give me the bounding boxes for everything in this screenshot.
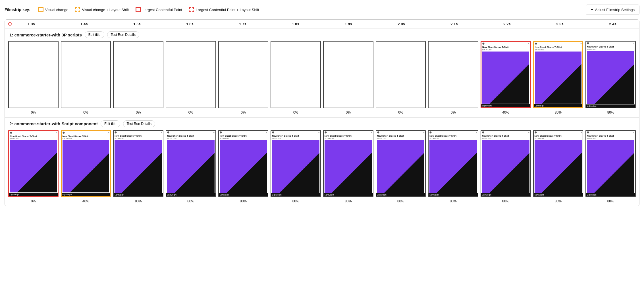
timeline-tick-7: 2.0s [375,22,428,26]
frame-cell-s1-f6 [269,40,322,110]
frame-thumbnail-s2-f2: ⬤ ≡ New Short Sleeve T-Shirt $25.99 USD … [61,130,111,197]
frame-thumbnail-s1-f3 [113,41,163,108]
product-title: New Short Sleeve T-Shirt [481,134,530,137]
product-card: ⬤ ≡ New Short Sleeve T-Shirt $25.99 USD … [219,131,268,197]
section-1-test-run-details-button[interactable]: Test Run Details [107,31,139,38]
product-card-header: ⬤ ≡ [586,42,635,45]
product-footer: Lightweight [114,193,163,196]
section-1-title: 1: commerce-starter-with 3P scripts [9,32,82,37]
frame-thumbnail-s2-f3: ⬤ ≡ New Short Sleeve T-Shirt $25.99 USD … [113,130,163,197]
frame-cell-s1-f3 [112,40,165,110]
product-title: New Short Sleeve T-Shirt [586,45,635,48]
product-card: ⬤ ≡ New Short Sleeve T-Shirt $25.99 USD … [376,131,425,197]
frame-thumbnail-s2-f10: ⬤ ≡ New Short Sleeve T-Shirt $25.99 USD … [481,130,531,197]
product-title: New Short Sleeve T-Shirt [376,134,425,137]
filmstrip-section-2: 2: commerce-starter-with Script componen… [5,117,639,206]
frame-cell-s1-f11: ⬤ ≡ New Short Sleeve T-Shirt $25.99 USD … [532,40,585,110]
menu-icon: ≡ [423,131,424,133]
product-card-header: ⬤ ≡ [534,42,583,45]
product-footer: Lightweight [324,193,373,196]
section-1-edit-title-button[interactable]: Edit title [85,31,104,38]
menu-icon: ≡ [581,131,582,133]
product-price: $25.99 USD [376,137,425,139]
frame-thumbnail-s1-f11: ⬤ ≡ New Short Sleeve T-Shirt $25.99 USD … [533,41,583,108]
timeline-tick-11: 2.4s [586,22,639,26]
filmstrip-container: 1.3s 1.4s 1.5s 1.6s 1.7s 1.8s 1.9s 2.0s … [5,19,639,206]
timeline-tick-9: 2.2s [481,22,533,26]
camera-icon: ⬤ [115,131,117,133]
product-card: ⬤ ≡ New Short Sleeve T-Shirt $25.99 USD … [586,42,635,108]
frame-cell-s2-f6: ⬤ ≡ New Short Sleeve T-Shirt $25.99 USD … [269,130,322,199]
camera-icon: ⬤ [535,131,537,133]
product-image [377,140,425,193]
product-footer: Lightweight [376,193,425,196]
product-card-header: ⬤ ≡ [429,131,478,134]
camera-icon: ⬤ [482,131,484,133]
frame-thumbnail-s1-f8 [376,41,426,108]
frame-pct-s2-f1: 0% [7,199,60,203]
product-card-header: ⬤ ≡ [534,131,583,134]
frame-cell-s2-f5: ⬤ ≡ New Short Sleeve T-Shirt $25.99 USD … [217,130,270,199]
frame-thumbnail-s2-f9: ⬤ ≡ New Short Sleeve T-Shirt $25.99 USD … [428,130,478,197]
frame-thumbnail-s2-f7: ⬤ ≡ New Short Sleeve T-Shirt $25.99 USD … [323,130,373,197]
product-price: $25.99 USD [481,49,530,51]
frame-thumbnail-s1-f7 [323,41,373,108]
product-card: ⬤ ≡ New Short Sleeve T-Shirt $25.99 USD … [481,131,530,197]
camera-icon: ⬤ [587,131,589,133]
frame-cell-s1-f10: ⬤ ≡ New Short Sleeve T-Shirt $25.99 USD … [479,40,532,110]
menu-icon: ≡ [56,131,57,134]
product-image [167,140,215,193]
frame-thumbnail-s2-f11: ⬤ ≡ New Short Sleeve T-Shirt $25.99 USD … [533,130,583,197]
product-footer: Lightweight [481,104,530,107]
frame-pct-s1-f7: 0% [322,110,375,114]
frame-cell-s2-f3: ⬤ ≡ New Short Sleeve T-Shirt $25.99 USD … [112,130,165,199]
frame-cell-s2-f8: ⬤ ≡ New Short Sleeve T-Shirt $25.99 USD … [375,130,427,199]
section-2-edit-title-button[interactable]: Edit title [101,120,120,127]
legend-lcp-layout-shift: Largest Contentful Paint + Layout Shift [189,7,259,12]
product-card-header: ⬤ ≡ [271,131,320,134]
frame-cell-s1-f12: ⬤ ≡ New Short Sleeve T-Shirt $25.99 USD … [584,40,637,110]
legend-visual-change-icon [38,7,43,12]
frame-pct-s1-f6: 0% [269,110,322,114]
frame-thumbnail-s2-f6: ⬤ ≡ New Short Sleeve T-Shirt $25.99 USD … [271,130,321,197]
product-title: New Short Sleeve T-Shirt [271,134,320,137]
product-price: $25.99 USD [586,137,635,139]
product-footer: Lightweight [271,193,320,196]
frame-pct-s1-f11: 80% [532,110,585,114]
frame-pct-s1-f4: 0% [165,110,217,114]
frame-thumbnail-s2-f1: ⬤ ≡ New Short Sleeve T-Shirt $25.99 USD … [8,130,59,197]
section-2-header: 2: commerce-starter-with Script componen… [5,118,639,130]
product-card: ⬤ ≡ New Short Sleeve T-Shirt $25.99 USD … [271,131,320,197]
timeline-start-dot [8,22,12,26]
frame-pct-s2-f11: 80% [532,199,585,203]
product-card-header: ⬤ ≡ [114,131,163,134]
product-title: New Short Sleeve T-Shirt [166,134,215,137]
frame-pct-s1-f2: 0% [60,110,112,114]
product-image [535,140,582,193]
frame-thumbnail-s1-f12: ⬤ ≡ New Short Sleeve T-Shirt $25.99 USD … [585,41,636,108]
section-2-test-run-details-button[interactable]: Test Run Details [123,120,155,127]
menu-icon: ≡ [213,131,215,133]
timeline-tick-1: 1.4s [58,22,111,26]
product-price: $25.99 USD [271,137,320,139]
frame-thumbnail-s1-f1 [8,41,59,108]
camera-icon: ⬤ [535,42,537,45]
product-price: $25.99 USD [62,137,110,140]
adjust-filmstrip-settings-button[interactable]: + Adjust Filmstrip Settings [586,5,639,15]
product-card: ⬤ ≡ New Short Sleeve T-Shirt $25.99 USD … [62,131,110,196]
product-footer: Lightweight [9,193,58,196]
product-footer: Lightweight [166,193,215,196]
product-title: New Short Sleeve T-Shirt [534,45,583,49]
frame-pct-s2-f10: 80% [479,199,532,203]
frame-thumbnail-s1-f6 [271,41,321,108]
product-title: New Short Sleeve T-Shirt [62,134,110,138]
camera-icon: ⬤ [272,131,274,133]
frame-pct-s2-f8: 80% [375,199,427,203]
camera-icon: ⬤ [587,42,589,44]
frame-pct-s1-f1: 0% [7,110,60,114]
frame-thumbnail-s1-f5 [218,41,269,108]
section-2-percents: 0%40%80%80%80%80%80%80%80%80%80%80% [5,199,639,206]
frame-thumbnail-s2-f8: ⬤ ≡ New Short Sleeve T-Shirt $25.99 USD … [376,130,426,197]
timeline-tick-10: 2.3s [533,22,586,26]
legend-lcp-label: Largest Contentful Paint [142,8,182,12]
